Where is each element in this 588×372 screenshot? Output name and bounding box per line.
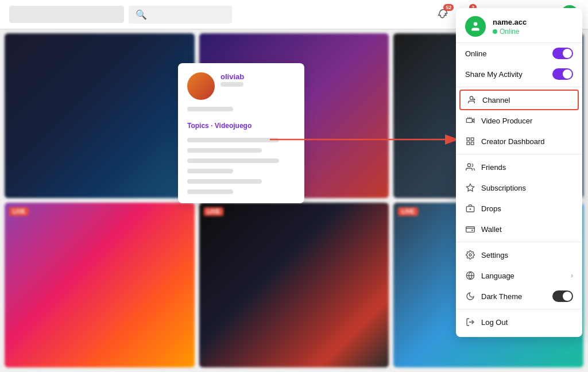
thumbnail-1 — [5, 33, 195, 198]
subscriptions-item[interactable]: Subscriptions — [456, 177, 582, 198]
svg-rect-18 — [467, 142, 470, 145]
live-badge-5: LIVE — [204, 207, 223, 216]
channel-icon — [466, 95, 477, 105]
subscriptions-label: Subscriptions — [481, 184, 573, 192]
svg-rect-24 — [466, 227, 475, 232]
logout-icon — [465, 317, 475, 327]
divider-3 — [456, 242, 582, 242]
profile-desc-5 — [187, 179, 262, 184]
live-badge-6: LIVE — [398, 207, 417, 216]
drops-label: Drops — [481, 204, 573, 213]
video-producer-label: Video Producer — [481, 117, 573, 125]
profile-desc-3 — [187, 158, 279, 163]
profile-desc-1 — [187, 138, 279, 142]
dropdown-user-info: name.acc Online — [493, 18, 527, 36]
settings-icon — [465, 250, 475, 260]
share-activity-label: Share My Activity — [465, 70, 552, 79]
svg-rect-10 — [466, 119, 472, 123]
dark-theme-toggle-knob — [563, 292, 572, 301]
dark-theme-toggle[interactable] — [552, 290, 573, 302]
share-activity-toggle-row[interactable]: Share My Activity — [456, 64, 582, 84]
drops-item[interactable]: Drops — [456, 198, 582, 219]
profile-desc-2 — [187, 148, 262, 153]
dropdown-header: name.acc Online — [456, 8, 582, 43]
language-icon — [465, 270, 475, 281]
share-activity-toggle[interactable] — [552, 68, 573, 80]
channel-item[interactable]: Channel — [459, 90, 579, 110]
language-item[interactable]: Language › — [456, 265, 582, 286]
friends-icon — [465, 162, 475, 172]
dark-theme-icon — [465, 291, 475, 301]
profile-desc-6 — [187, 189, 233, 194]
subscriptions-icon — [465, 183, 475, 193]
search-bar[interactable]: 🔍 — [129, 6, 232, 24]
logout-item[interactable]: Log Out — [456, 312, 582, 332]
creator-dashboard-item[interactable]: Creator Dashboard — [456, 131, 582, 152]
drops-icon — [465, 203, 475, 214]
dropdown-status: Online — [493, 28, 527, 36]
profile-avatar — [187, 72, 215, 100]
profile-username: oliviab — [220, 72, 244, 81]
online-toggle-knob — [563, 49, 572, 58]
profile-line-1 — [220, 82, 243, 87]
channel-label: Channel — [482, 96, 572, 104]
creator-dashboard-icon — [465, 136, 475, 146]
divider-4 — [456, 309, 582, 309]
notifications-badge: 52 — [443, 4, 454, 11]
settings-item[interactable]: Settings — [456, 245, 582, 265]
wallet-item[interactable]: Wallet — [456, 219, 582, 239]
online-toggle-row[interactable]: Online — [456, 43, 582, 64]
profile-title: Topics · Videojuego — [187, 122, 295, 130]
profile-card: oliviab Topics · Videojuego — [178, 63, 304, 203]
thumbnail-4: LIVE — [5, 203, 195, 367]
svg-rect-17 — [471, 142, 474, 145]
profile-followers-line — [187, 107, 233, 111]
dropdown-avatar — [465, 16, 486, 37]
dropdown-menu: name.acc Online Online Share My Activity — [456, 8, 582, 337]
online-toggle[interactable] — [552, 48, 573, 59]
dark-theme-toggle-row[interactable]: Dark Theme — [456, 286, 582, 307]
status-dot — [493, 29, 497, 34]
profile-stats: Topics · Videojuego — [187, 107, 295, 194]
profile-desc-4 — [187, 169, 233, 173]
profile-status — [220, 82, 244, 87]
creator-dashboard-label: Creator Dashboard — [481, 137, 573, 146]
share-activity-toggle-knob — [563, 69, 572, 79]
language-arrow: › — [571, 272, 573, 280]
svg-rect-16 — [471, 138, 474, 141]
thumbnail-5: LIVE — [199, 203, 389, 367]
profile-card-header: oliviab — [187, 72, 295, 100]
dropdown-username: name.acc — [493, 18, 527, 26]
svg-rect-15 — [467, 138, 470, 141]
friends-item[interactable]: Friends — [456, 157, 582, 177]
svg-marker-20 — [466, 184, 474, 191]
video-producer-icon — [465, 115, 475, 126]
live-badge-4: LIVE — [9, 207, 29, 216]
wallet-label: Wallet — [481, 225, 573, 234]
search-icon: 🔍 — [136, 9, 147, 20]
profile-info: oliviab — [220, 72, 244, 87]
divider-2 — [456, 154, 582, 154]
svg-point-19 — [467, 164, 470, 166]
notifications-button[interactable]: 52 — [435, 6, 451, 22]
settings-label: Settings — [481, 251, 573, 259]
svg-point-6 — [474, 22, 478, 26]
dark-theme-label: Dark Theme — [481, 292, 552, 301]
language-label: Language — [481, 272, 565, 280]
logo — [9, 6, 124, 23]
logout-label: Log Out — [481, 318, 573, 327]
dropdown-status-label: Online — [500, 28, 520, 36]
svg-point-25 — [472, 230, 473, 230]
svg-point-26 — [469, 254, 471, 256]
wallet-icon — [465, 224, 475, 234]
video-producer-item[interactable]: Video Producer — [456, 110, 582, 131]
divider-1 — [456, 87, 582, 87]
friends-label: Friends — [481, 163, 573, 172]
svg-point-7 — [470, 96, 473, 99]
online-label: Online — [465, 49, 552, 58]
